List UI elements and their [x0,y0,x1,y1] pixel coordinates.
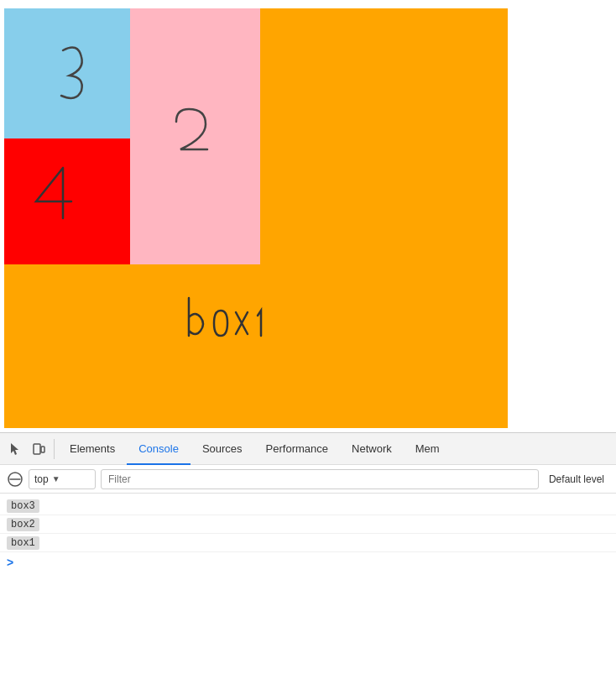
console-badge-box3: box3 [7,499,39,513]
no-entry-icon[interactable] [7,471,23,488]
tab-sources[interactable]: Sources [191,433,254,465]
chevron-down-icon: ▼ [52,474,60,483]
box-container [4,8,508,428]
cursor-icon-button[interactable] [3,437,27,461]
device-icon-button[interactable] [27,437,50,461]
box1-label-svg [172,285,306,353]
tab-elements[interactable]: Elements [58,433,127,465]
console-badge-box2: box2 [7,518,39,531]
context-selector[interactable]: top ▼ [29,469,96,489]
browser-viewport [0,0,616,432]
console-prompt[interactable]: > [0,552,616,572]
console-output: box3 box2 box1 > [0,494,616,674]
console-entry-box2: box2 [0,515,616,534]
svg-rect-0 [34,444,40,454]
box4 [4,138,130,264]
default-level-button[interactable]: Default level [544,473,609,485]
console-entry-box3: box3 [0,497,616,515]
devtools-toolbar: Elements Console Sources Performance Net… [0,433,616,465]
box3 [4,8,130,138]
console-badge-box1: box1 [7,536,39,550]
box3-label-svg [46,34,105,101]
tab-memory[interactable]: Mem [404,433,452,465]
filter-bar: top ▼ Default level [0,465,616,494]
filter-input[interactable] [101,469,539,489]
tab-console[interactable]: Console [127,433,191,465]
cursor-icon [8,442,22,456]
svg-rect-1 [41,447,44,452]
tab-performance[interactable]: Performance [254,433,340,465]
console-entry-box1: box1 [0,534,616,552]
toolbar-separator [54,439,55,459]
device-icon [32,442,45,456]
box2-label-svg [164,101,231,168]
devtools-panel: Elements Console Sources Performance Net… [0,432,616,674]
tab-network[interactable]: Network [340,433,404,465]
box4-label-svg [21,155,88,231]
box2 [130,8,260,264]
